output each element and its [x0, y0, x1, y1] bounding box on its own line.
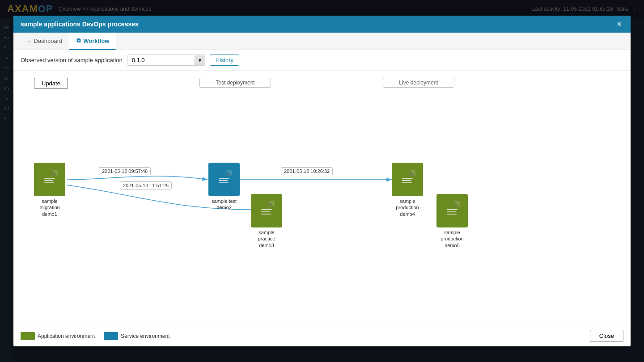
legend-app-env: Application environment: [21, 332, 95, 340]
svc-env-label: Service environment: [121, 333, 169, 339]
node5-label: sampleproductiondemo5: [441, 229, 463, 248]
svg-rect-16: [261, 214, 271, 215]
version-select[interactable]: 0.1.0 ▾: [127, 55, 205, 66]
node2-icon: [208, 163, 240, 196]
svg-rect-5: [44, 180, 53, 181]
node-sample-migration-demo1[interactable]: samplemigrationdemo1: [34, 163, 65, 217]
legend: Application environment Service environm…: [21, 332, 169, 340]
modal: sample applications DevOps processes × ≡…: [13, 16, 631, 346]
node3-label: samplepracticedemo3: [258, 229, 275, 248]
node4-label: sampleproductiondemo4: [396, 198, 419, 217]
svg-rect-19: [402, 178, 413, 179]
node1-label: samplemigrationdemo1: [39, 198, 59, 217]
modal-body: Update Test deployment Live deployment: [13, 71, 631, 325]
dashboard-tab-icon: ≡: [28, 38, 31, 44]
workflow-tab-label: Workflow: [83, 38, 109, 44]
node-sample-production-demo5[interactable]: sampleproductiondemo5: [436, 194, 468, 248]
node5-icon: [436, 194, 468, 227]
svg-rect-8: [226, 170, 232, 176]
svg-rect-25: [447, 211, 456, 212]
node3-icon: [251, 194, 282, 227]
modal-header: sample applications DevOps processes ×: [13, 16, 631, 33]
tab-workflow[interactable]: ⧉ Workflow: [69, 33, 116, 50]
svg-rect-11: [219, 182, 229, 183]
version-value: 0.1.0: [127, 55, 195, 65]
svg-rect-10: [219, 180, 228, 181]
test-deployment-label: Test deployment: [199, 78, 271, 88]
live-deployment-label: Live deployment: [383, 78, 454, 88]
update-button[interactable]: Update: [34, 78, 68, 89]
svg-rect-18: [409, 170, 415, 176]
timestamp-1: 2021-05-12 09:57:46: [99, 167, 151, 175]
node-sample-production-demo4[interactable]: sampleproductiondemo4: [392, 163, 423, 217]
close-button[interactable]: Close: [590, 330, 623, 342]
svg-rect-14: [261, 209, 272, 210]
modal-tabs: ≡ Dashboard ⧉ Workflow: [13, 33, 631, 50]
svg-rect-26: [447, 214, 457, 215]
tab-dashboard[interactable]: ≡ Dashboard: [21, 33, 69, 50]
app-env-label: Application environment: [38, 333, 95, 339]
app-env-swatch: [21, 332, 35, 340]
modal-close-button[interactable]: ×: [615, 20, 623, 28]
svc-env-swatch: [104, 332, 118, 340]
node1-icon: [34, 163, 65, 196]
svg-rect-20: [402, 180, 411, 181]
history-button[interactable]: History: [210, 55, 239, 66]
svg-rect-21: [402, 182, 412, 183]
svg-rect-13: [268, 201, 275, 207]
modal-toolbar: Observed version of sample application 0…: [13, 50, 631, 71]
svg-rect-9: [219, 178, 229, 179]
version-dropdown-button[interactable]: ▾: [195, 55, 205, 65]
svg-rect-23: [454, 201, 460, 207]
modal-footer: Application environment Service environm…: [13, 325, 631, 346]
legend-svc-env: Service environment: [104, 332, 169, 340]
modal-title: sample applications DevOps processes: [21, 21, 139, 28]
svg-rect-4: [44, 178, 55, 179]
svg-rect-24: [447, 209, 458, 210]
timestamp-3: 2021-05-12 10:26:32: [281, 167, 333, 175]
modal-overlay: sample applications DevOps processes × ≡…: [0, 0, 644, 362]
workflow-tab-icon: ⧉: [76, 37, 80, 44]
workflow-canvas: Update Test deployment Live deployment: [21, 78, 623, 318]
dashboard-tab-label: Dashboard: [34, 38, 63, 44]
svg-rect-15: [261, 211, 270, 212]
observed-label: Observed version of sample application: [21, 57, 123, 63]
node2-label: sample testdemo2: [212, 198, 237, 211]
svg-rect-6: [44, 182, 54, 183]
timestamp-2: 2021-05-13 11:51:25: [120, 181, 172, 189]
workflow-arrows: [21, 78, 623, 318]
node-sample-test-demo2[interactable]: sample testdemo2: [208, 163, 240, 211]
node4-icon: [392, 163, 423, 196]
node-sample-practice-demo3[interactable]: samplepracticedemo3: [251, 194, 282, 248]
